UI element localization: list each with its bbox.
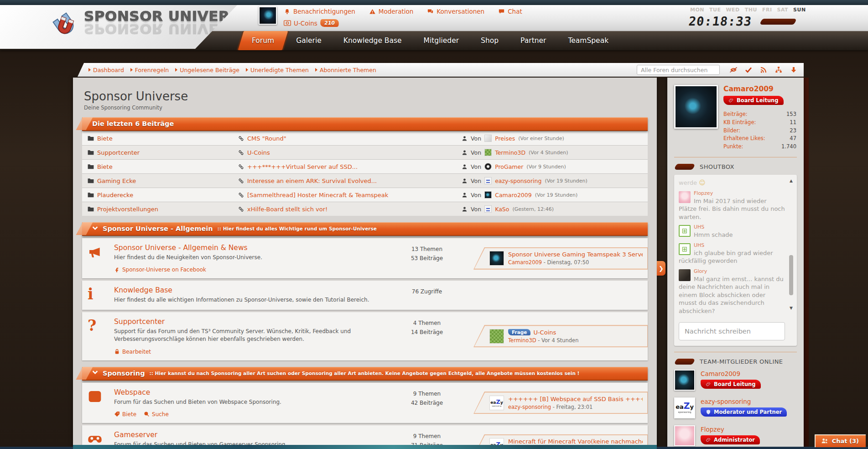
forum-title[interactable]: Sponsor Universe - Allgemein & News — [114, 244, 388, 252]
tab-forum[interactable]: Forum — [241, 31, 285, 50]
shout-username[interactable]: UHS — [679, 242, 785, 249]
last-post-title[interactable]: Sponsor Universe Gaming Teamspeak 3 Serv… — [508, 251, 643, 258]
topic-link[interactable]: +++***+++Virtual Server auf SSD... — [247, 163, 358, 170]
forum-title[interactable]: Gameserver — [114, 431, 388, 439]
user-link[interactable]: ProGamer — [495, 163, 523, 170]
user-link[interactable]: Termino3D — [495, 149, 525, 156]
last-post-box[interactable]: eaZysponsoring ++++++ [B] Webspace auf S… — [474, 392, 647, 413]
shout-username[interactable]: Flopzey — [679, 190, 785, 197]
latest-post-row[interactable]: Projektvorstellungen xHilfe-Board stellt… — [82, 202, 648, 216]
crumb-ungelesene[interactable]: Ungelesene Beiträge — [175, 67, 239, 73]
shout-message-input[interactable] — [679, 322, 785, 340]
user-avatar[interactable] — [259, 6, 277, 25]
tab-teamspeak[interactable]: TeamSpeak — [557, 31, 619, 50]
crumb-dashboard[interactable]: Dashboard — [88, 67, 124, 73]
latest-post-row[interactable]: Biete +++***+++Virtual Server auf SSD...… — [82, 159, 648, 173]
facebook-link[interactable]: Sponsor-Universe on Facebook — [114, 266, 206, 273]
forum-link[interactable]: Plauderecke — [97, 192, 133, 198]
profile-username[interactable]: Camaro2009 — [723, 85, 797, 93]
avatar[interactable] — [674, 425, 695, 446]
topic-link[interactable]: xHilfe-Board stellt sich vor! — [247, 206, 327, 213]
tab-mitglieder[interactable]: Mitglieder — [413, 31, 470, 50]
shout-message: UHS ich glaube bin grad wieder rückfälli… — [679, 242, 785, 265]
topic-link[interactable]: CMS "Round" — [247, 135, 286, 142]
topic-link[interactable]: Interesse an einem ARK: Survival Evolved… — [247, 178, 377, 184]
check-icon[interactable] — [745, 66, 752, 73]
last-post-title[interactable]: U-Coins — [533, 329, 556, 336]
post-time: (Vor 19 Stunden) — [535, 192, 577, 198]
rss-icon[interactable] — [760, 66, 767, 73]
moderation-link[interactable]: Moderation — [369, 8, 413, 15]
last-post-title[interactable]: ++++++ [B] Webspace auf SSD Basis ++++++ — [508, 396, 643, 402]
biete-filter[interactable]: Biete — [114, 411, 136, 418]
user-link[interactable]: Termino3D — [508, 337, 536, 344]
user-link[interactable]: eazy-sponsoring — [495, 178, 541, 184]
shoutbox-scrollbar[interactable]: ▲ ▼ — [788, 178, 794, 310]
section-header-allgemein[interactable]: Sponsor Universe - Allgemein :: Hier fin… — [82, 222, 648, 236]
mark-read-eye-icon[interactable] — [730, 66, 737, 73]
user-link[interactable]: Preises — [495, 135, 515, 142]
sidebar-toggle-chevron[interactable]: ❯ — [657, 261, 665, 276]
profile-avatar[interactable] — [674, 85, 718, 129]
post-time: (Vor 9 Stunden) — [526, 164, 566, 170]
shout-username[interactable]: UHS — [679, 224, 785, 231]
tab-knowledge-base[interactable]: Knowledge Base — [333, 31, 413, 50]
member-name[interactable]: Flopzey — [701, 426, 760, 433]
last-post-box[interactable]: FrageU-Coins Termino3D - Vor 4 Stunden — [474, 325, 647, 347]
shout-username[interactable]: Glory — [679, 268, 785, 275]
scroll-down-icon[interactable]: ▼ — [788, 306, 794, 310]
jump-down-icon[interactable] — [790, 66, 797, 73]
forum-title[interactable]: Knowledge Base — [114, 286, 388, 294]
beitraege-count: 14 Beiträge — [388, 328, 466, 337]
forum-link[interactable]: Supportcenter — [97, 149, 140, 156]
last-post-title[interactable]: Minecraft für Minecraft Varo(keine nachm… — [508, 438, 643, 445]
avatar-eazy[interactable]: eaZysponsoring — [674, 397, 695, 418]
user-link[interactable]: KaSo — [495, 206, 509, 213]
last-post-box[interactable]: Sponsor Universe Gaming Teamspeak 3 Serv… — [474, 248, 647, 269]
forum-title[interactable]: Supportcenter — [114, 318, 388, 326]
link-icon — [238, 164, 244, 170]
ucoins-row[interactable]: U-Coins 210 — [284, 19, 339, 27]
forum-link[interactable]: Biete — [97, 163, 113, 170]
forum-title[interactable]: Webspace — [114, 388, 388, 397]
swoosh-decoration — [673, 359, 696, 365]
user-link[interactable]: Camaro2009 — [495, 192, 532, 198]
suche-filter[interactable]: Suche — [144, 411, 169, 418]
tab-galerie[interactable]: Galerie — [285, 31, 333, 50]
latest-post-row[interactable]: Biete CMS "Round" VonPreises(Vor einer S… — [82, 131, 648, 145]
forum-link[interactable]: Biete — [97, 135, 113, 142]
crumb-forenregeln[interactable]: Forenregeln — [130, 67, 169, 73]
user-link[interactable]: eazy-sponsoring — [508, 404, 551, 410]
chat-button[interactable]: Chat (3) — [815, 434, 866, 447]
chevron-down-icon[interactable] — [92, 369, 98, 377]
member-name[interactable]: Camaro2009 — [701, 370, 761, 377]
scrollbar-thumb[interactable] — [789, 255, 793, 295]
bearbeitet-link[interactable]: Bearbeitet — [114, 349, 151, 355]
avatar — [679, 191, 691, 203]
forum-link[interactable]: Projektvorstellungen — [97, 206, 158, 213]
forum-link[interactable]: Gaming Ecke — [97, 178, 136, 184]
latest-post-row[interactable]: Plauderecke [Sammelthread] Hoster Minecr… — [82, 188, 648, 202]
chat-link[interactable]: Chat — [498, 8, 522, 15]
speech-bubbles-icon — [427, 8, 434, 15]
notifications-link[interactable]: Benachrichtigungen — [284, 8, 355, 15]
tab-shop[interactable]: Shop — [470, 31, 509, 50]
scroll-up-icon[interactable]: ▲ — [788, 178, 794, 183]
latest-post-row[interactable]: Gaming Ecke Interesse an einem ARK: Surv… — [82, 173, 648, 188]
tab-partner[interactable]: Partner — [509, 31, 557, 50]
crumb-unerledigte[interactable]: Unerledigte Themen — [246, 67, 309, 73]
shield-icon — [706, 409, 711, 415]
conversations-link[interactable]: Konversationen — [427, 8, 484, 15]
sitemap-icon[interactable] — [775, 66, 782, 73]
forum-search-input[interactable] — [637, 65, 720, 75]
avatar[interactable] — [674, 370, 695, 391]
section-header-sponsoring[interactable]: Sponsoring :: Hier kannst du nach Sponso… — [82, 367, 648, 381]
chevron-down-icon[interactable] — [92, 224, 98, 233]
topic-link[interactable]: U-Coins — [247, 149, 270, 156]
user-link[interactable]: Camaro2009 — [508, 259, 542, 266]
member-name[interactable]: eazy-sponsoring — [701, 398, 787, 405]
topic-link[interactable]: [Sammelthread] Hoster Minecraft & Teamsp… — [247, 192, 388, 198]
crumb-abonnierte[interactable]: Abonnierte Themen — [315, 67, 376, 73]
latest-post-row[interactable]: Supportcenter U-Coins VonTermino3D(Vor 4… — [82, 145, 648, 159]
person-icon — [462, 178, 468, 184]
